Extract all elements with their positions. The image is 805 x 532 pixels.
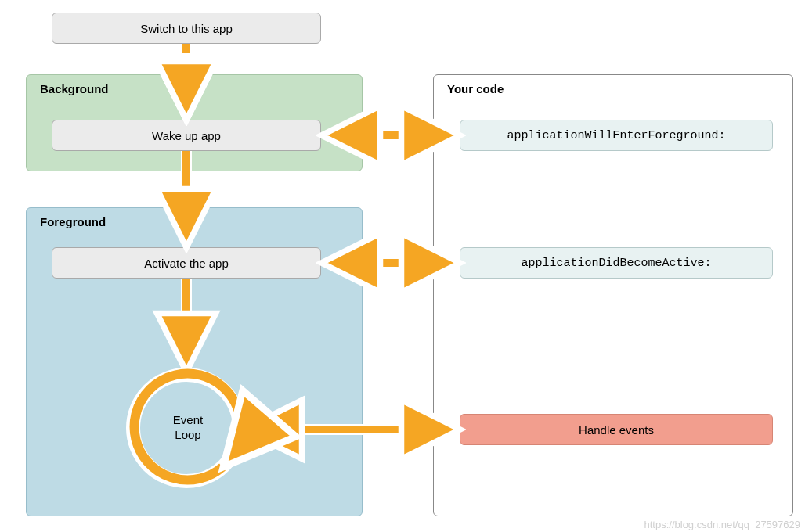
wake-app-node: Wake up app — [52, 120, 321, 151]
activate-app-node: Activate the app — [52, 247, 321, 279]
your-code-title: Your code — [447, 82, 504, 95]
handle-events-node: Handle events — [460, 414, 773, 445]
foreground-title: Foreground — [40, 215, 106, 228]
diagram-canvas: Background Foreground Your code Switch t… — [0, 0, 805, 532]
did-become-active-node: applicationDidBecomeActive: — [460, 247, 773, 279]
background-title: Background — [40, 82, 109, 95]
watermark: https://blog.csdn.net/qq_27597629 — [644, 519, 801, 530]
will-enter-foreground-node: applicationWillEnterForeground: — [460, 120, 773, 151]
event-loop-label: EventLoop — [157, 413, 219, 443]
switch-app-node: Switch to this app — [52, 13, 321, 44]
